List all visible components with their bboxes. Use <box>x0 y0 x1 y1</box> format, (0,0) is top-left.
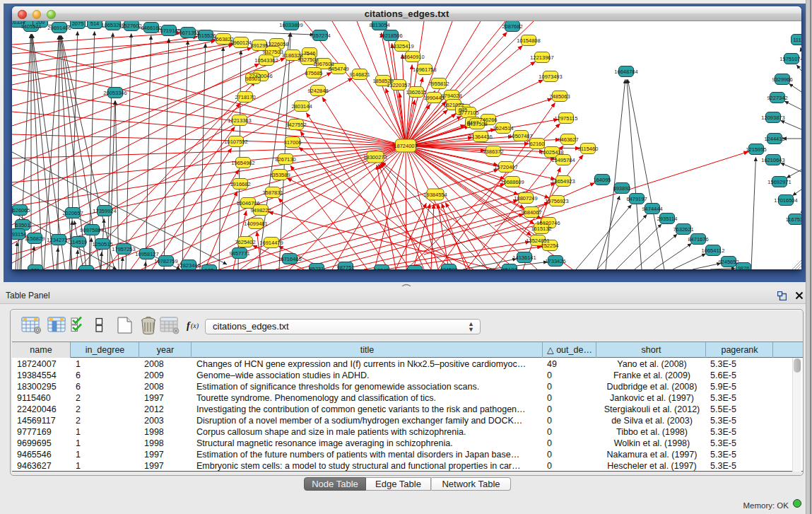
svg-text:9242848: 9242848 <box>307 88 328 94</box>
svg-text:1244415: 1244415 <box>764 136 784 142</box>
svg-text:16210643: 16210643 <box>761 157 784 163</box>
svg-text:6437508: 6437508 <box>466 121 487 127</box>
svg-text:8813054: 8813054 <box>369 22 389 28</box>
svg-text:2626065: 2626065 <box>12 207 30 214</box>
svg-text:19654982: 19654982 <box>231 160 254 166</box>
svg-text:15751074: 15751074 <box>779 56 801 62</box>
svg-text:9650: 9650 <box>81 268 93 270</box>
svg-text:1156829: 1156829 <box>25 235 45 242</box>
svg-text:331: 331 <box>31 267 40 270</box>
svg-text:2087682: 2087682 <box>502 23 522 30</box>
svg-text:20053346: 20053346 <box>103 90 126 96</box>
svg-text:9463627: 9463627 <box>558 136 578 143</box>
svg-text:1733426: 1733426 <box>545 258 565 264</box>
svg-text:10654112: 10654112 <box>702 247 725 254</box>
svg-text:85231: 85231 <box>310 266 324 270</box>
svg-text:15495784: 15495784 <box>551 157 575 163</box>
svg-text:16914479: 16914479 <box>259 240 283 246</box>
svg-text:9327503: 9327503 <box>262 49 283 55</box>
svg-text:12213967: 12213967 <box>530 54 553 61</box>
svg-text:9794028: 9794028 <box>441 93 461 99</box>
svg-text:875685: 875685 <box>305 70 322 76</box>
svg-text:3587831: 3587831 <box>262 189 283 196</box>
svg-text:924502: 924502 <box>440 267 457 270</box>
svg-text:2935114: 2935114 <box>657 216 678 222</box>
svg-text:162: 162 <box>205 267 214 270</box>
svg-text:18807249: 18807249 <box>514 195 537 201</box>
svg-text:7625402: 7625402 <box>235 239 255 245</box>
svg-text:252254: 252254 <box>541 243 558 249</box>
svg-text:1624514: 1624514 <box>493 125 513 132</box>
svg-text:6479197: 6479197 <box>626 196 647 202</box>
svg-text:17359924: 17359924 <box>93 208 116 214</box>
svg-text:1167533: 1167533 <box>786 216 801 223</box>
svg-text:2020657: 2020657 <box>62 210 83 216</box>
svg-text:7357274: 7357274 <box>310 33 330 39</box>
svg-text:17957253: 17957253 <box>112 246 135 252</box>
svg-text:14099481: 14099481 <box>244 221 267 227</box>
svg-text:45123: 45123 <box>502 267 517 270</box>
svg-text:514: 514 <box>90 21 100 27</box>
svg-text:2803144: 2803144 <box>291 103 312 110</box>
svg-text:19218506: 19218506 <box>379 33 402 39</box>
svg-text:1615132: 1615132 <box>531 226 551 232</box>
svg-text:9498222: 9498222 <box>250 207 271 214</box>
svg-text:10782759: 10782759 <box>154 258 177 264</box>
svg-text:15692971: 15692971 <box>767 179 791 185</box>
svg-text:893892: 893892 <box>613 185 630 192</box>
svg-text:10973493: 10973493 <box>539 74 562 80</box>
svg-text:10543362: 10543362 <box>254 57 278 64</box>
svg-text:10025438: 10025438 <box>540 149 563 156</box>
svg-text:9227342: 9227342 <box>767 95 787 101</box>
svg-text:12342737: 12342737 <box>47 237 70 243</box>
svg-text:18300273: 18300273 <box>363 154 387 160</box>
svg-text:7955812: 7955812 <box>428 81 449 87</box>
svg-text:(x): (x) <box>191 322 199 330</box>
svg-text:8471676: 8471676 <box>688 236 708 243</box>
svg-text:9457771: 9457771 <box>229 250 249 257</box>
svg-text:38640910: 38640910 <box>401 54 424 60</box>
svg-text:62160: 62160 <box>530 141 545 147</box>
svg-text:9115460: 9115460 <box>578 146 599 152</box>
svg-text:9474444: 9474444 <box>642 206 662 212</box>
svg-text:317006: 317006 <box>283 139 301 146</box>
svg-text:15716485: 15716485 <box>278 256 301 262</box>
svg-text:8267130: 8267130 <box>275 156 295 163</box>
svg-text:12823446: 12823446 <box>177 262 200 269</box>
svg-text:10958127: 10958127 <box>135 251 158 257</box>
svg-text:1353589: 1353589 <box>269 172 290 178</box>
svg-text:7485063: 7485063 <box>549 93 570 100</box>
svg-text:16033809: 16033809 <box>279 22 302 28</box>
svg-text:10961758: 10961758 <box>413 66 436 73</box>
svg-text:16648784: 16648784 <box>614 69 637 75</box>
svg-text:209: 209 <box>36 21 45 25</box>
svg-text:1250515: 1250515 <box>92 241 112 247</box>
svg-text:1916682: 1916682 <box>230 181 250 187</box>
svg-text:14136141: 14136141 <box>512 255 536 261</box>
svg-text:63501: 63501 <box>16 222 30 228</box>
svg-text:10154808: 10154808 <box>517 37 540 44</box>
svg-text:19384554: 19384554 <box>423 192 447 198</box>
svg-text:1112: 1112 <box>793 37 801 43</box>
svg-text:12213363: 12213363 <box>228 117 251 124</box>
svg-text:13654923: 13654923 <box>551 178 575 185</box>
svg-text:90975887: 90975887 <box>80 227 103 233</box>
svg-text:9427552: 9427552 <box>286 122 306 128</box>
svg-text:7546: 7546 <box>304 50 316 57</box>
svg-text:9146821: 9146821 <box>349 71 370 78</box>
svg-text:15720407: 15720407 <box>494 164 517 170</box>
svg-text:12093873: 12093873 <box>761 115 784 121</box>
svg-text:9777105: 9777105 <box>458 110 478 116</box>
svg-text:13226058: 13226058 <box>265 41 288 47</box>
svg-text:5512: 5512 <box>409 268 421 270</box>
svg-text:12975115: 12975115 <box>555 115 578 122</box>
svg-text:10046706: 10046706 <box>236 200 259 206</box>
svg-text:10688609: 10688609 <box>500 179 524 185</box>
svg-text:164095: 164095 <box>593 177 611 183</box>
svg-text:13345: 13345 <box>375 267 389 270</box>
svg-text:7386372: 7386372 <box>483 148 503 155</box>
svg-text:2075: 2075 <box>72 21 84 27</box>
svg-text:20691406: 20691406 <box>47 25 71 31</box>
svg-text:1527602: 1527602 <box>121 23 141 29</box>
svg-text:9245652: 9245652 <box>718 259 739 265</box>
